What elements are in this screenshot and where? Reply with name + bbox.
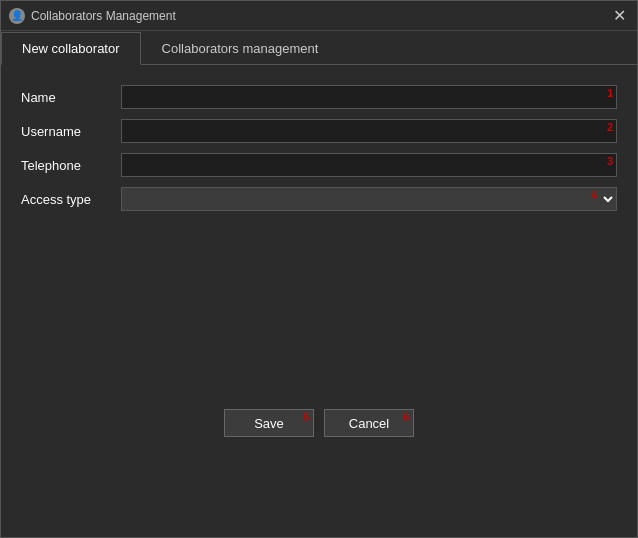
tab-new-collaborator[interactable]: New collaborator (1, 32, 141, 65)
tab-bar: New collaborator Collaborators managemen… (1, 31, 637, 65)
access-type-wrapper: 4 Admin User Read Only (121, 187, 617, 211)
window-title: Collaborators Management (31, 9, 609, 23)
button-row: Save 5 Cancel 6 (21, 409, 617, 517)
access-type-row: Access type 4 Admin User Read Only (21, 187, 617, 211)
cancel-button[interactable]: Cancel 6 (324, 409, 414, 437)
tab-collaborators-management[interactable]: Collaborators management (141, 32, 340, 65)
app-icon: 👤 (9, 8, 25, 24)
name-input[interactable] (121, 85, 617, 109)
access-type-label: Access type (21, 192, 111, 207)
username-row: Username 2 (21, 119, 617, 143)
telephone-input-wrapper: 3 (121, 153, 617, 177)
close-button[interactable]: ✕ (609, 6, 629, 26)
username-input[interactable] (121, 119, 617, 143)
telephone-input[interactable] (121, 153, 617, 177)
save-button-number: 5 (303, 412, 309, 423)
form-area: Name 1 Username 2 Telephone 3 (21, 85, 617, 211)
cancel-button-number: 6 (403, 412, 409, 423)
save-button[interactable]: Save 5 (224, 409, 314, 437)
telephone-row: Telephone 3 (21, 153, 617, 177)
name-label: Name (21, 90, 111, 105)
access-type-select[interactable]: Admin User Read Only (121, 187, 617, 211)
telephone-label: Telephone (21, 158, 111, 173)
spacer (21, 211, 617, 409)
username-input-wrapper: 2 (121, 119, 617, 143)
username-label: Username (21, 124, 111, 139)
name-row: Name 1 (21, 85, 617, 109)
tab-content: Name 1 Username 2 Telephone 3 (1, 65, 637, 537)
main-window: 👤 Collaborators Management ✕ New collabo… (0, 0, 638, 538)
title-bar: 👤 Collaborators Management ✕ (1, 1, 637, 31)
name-input-wrapper: 1 (121, 85, 617, 109)
